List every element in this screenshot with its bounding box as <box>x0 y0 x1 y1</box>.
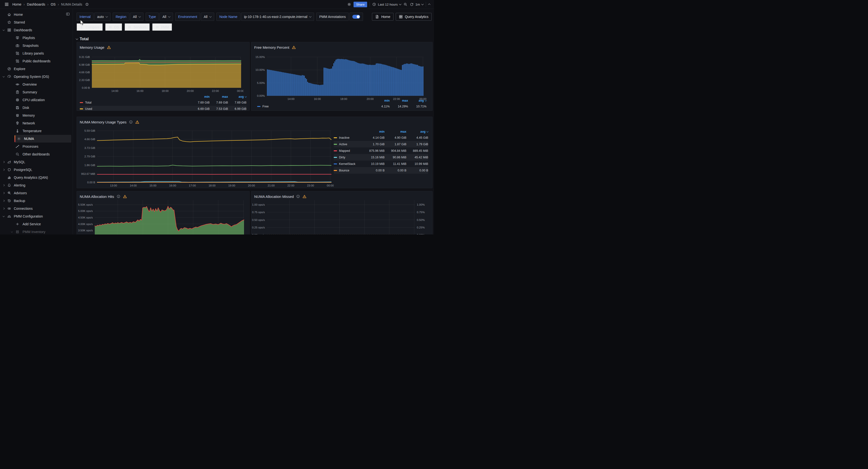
warning-icon[interactable] <box>123 195 127 199</box>
sidebar-item-add-service[interactable]: Add Service <box>0 220 73 228</box>
filter-value-dropdown[interactable]: auto <box>94 12 111 21</box>
filter-label[interactable]: Node Name <box>216 12 240 21</box>
chevron-right-icon[interactable] <box>3 169 7 171</box>
panel-header[interactable]: NUMA Allocation Hits <box>77 191 249 200</box>
filter-label[interactable]: Type <box>146 12 159 21</box>
legend-header-min[interactable]: min <box>191 95 210 98</box>
legend-row-dirty[interactable]: Dirty15.16 MiB90.86 MiB45.42 MiB <box>334 154 428 160</box>
sidebar-item-public-dashboards[interactable]: Public dashboards <box>0 57 73 65</box>
legend-row-active[interactable]: Active1.70 GiB1.87 GiB1.79 GiB <box>334 141 428 147</box>
sidebar-item-query-analytics-qan-[interactable]: Query Analytics (QAN) <box>0 174 73 181</box>
sidebar-item-starred[interactable]: Starred <box>0 19 73 26</box>
sidebar-item-operating-system-os-[interactable]: Operating System (OS) <box>0 73 73 81</box>
legend-header-min[interactable]: min <box>371 99 390 102</box>
sidebar-item-backup[interactable]: Backup <box>0 197 73 205</box>
zoom-out-icon[interactable] <box>403 2 407 6</box>
sidebar-item-library-panels[interactable]: Library panels <box>0 50 73 57</box>
pmm-annotations-label[interactable]: PMM Annotations <box>316 12 349 21</box>
query-analytics-button[interactable]: Query Analytics <box>396 13 432 21</box>
info-icon[interactable] <box>129 120 133 124</box>
sidebar-item-pmm-inventory[interactable]: PMM Inventory <box>0 228 73 235</box>
sidebar-item-advisors[interactable]: Advisors <box>0 189 73 197</box>
panel-header[interactable]: Memory Usage <box>77 42 249 51</box>
sidebar-item-playlists[interactable]: Playlists <box>0 34 73 42</box>
chevron-right-icon[interactable] <box>3 184 7 186</box>
sidebar-item-dashboards[interactable]: Dashboards <box>0 26 73 34</box>
info-icon[interactable] <box>296 195 300 198</box>
gear-icon[interactable] <box>347 2 351 6</box>
memory-usage-chart[interactable]: 0.00 B2.33 GiB4.66 GiB6.98 GiB9.31 GiB14… <box>77 51 244 94</box>
legend-row-total[interactable]: Total7.69 GiB7.69 GiB7.69 GiB <box>80 99 246 106</box>
legend-header-avg[interactable]: avg <box>406 130 428 134</box>
legend-row-used[interactable]: Used6.69 GiB7.53 GiB6.99 GiB <box>80 106 246 111</box>
legend-header-avg[interactable]: avg <box>228 95 246 98</box>
legend-row-mapped[interactable]: Mapped875.96 MiB904.84 MiB889.45 MiB <box>334 147 428 154</box>
alloc-missed-chart[interactable]: 1.00 ops/s0.75 ops/s0.50 ops/s0.25 ops/s… <box>251 200 428 235</box>
sidebar-item-disk[interactable]: Disk <box>0 104 73 112</box>
warning-icon[interactable] <box>303 195 307 199</box>
chevron-down-icon[interactable] <box>3 77 7 77</box>
chevron-right-icon[interactable] <box>3 161 7 163</box>
numa-types-chart[interactable]: 0.00 B953.67 MiB1.86 GiB2.79 GiB3.73 GiB… <box>77 126 334 188</box>
breadcrumb-item[interactable]: NUMA Details <box>61 2 82 6</box>
sidebar-item-connections[interactable]: Connections <box>0 205 73 212</box>
chevron-right-icon[interactable] <box>3 192 7 194</box>
legend-header-max[interactable]: max <box>210 95 228 98</box>
legend-row-free[interactable]: Free4.11%14.29%10.71% <box>257 103 427 110</box>
filter-value-dropdown[interactable]: ip-10-178-1-40.us-east-2.compute.interna… <box>241 12 314 21</box>
sidebar-item-cpu-utilization[interactable]: CPU utilization <box>0 96 73 104</box>
filter-value-dropdown[interactable]: All <box>201 12 214 21</box>
refresh-picker[interactable]: 1m <box>410 2 423 6</box>
breadcrumb-item[interactable]: Dashboards <box>27 2 45 6</box>
filter-value-dropdown[interactable]: All <box>159 12 173 21</box>
chevron-down-icon[interactable] <box>3 216 7 217</box>
sidebar-item-summary[interactable]: Summary <box>0 88 73 96</box>
warning-icon[interactable] <box>107 45 111 50</box>
sidebar-item-postgresql[interactable]: PostgreSQL <box>0 166 73 174</box>
sidebar-item-other-dashboards[interactable]: Other dashboards <box>0 150 73 158</box>
filter-label[interactable]: Environment <box>175 12 200 21</box>
collapse-toolbar-icon[interactable] <box>428 4 431 6</box>
info-icon[interactable] <box>117 195 120 198</box>
sidebar-item-snapshots[interactable]: Snapshots <box>0 42 73 50</box>
legend-row-kernelstack[interactable]: KernelStack10.19 MiB11.41 MiB10.99 MiB <box>334 160 428 167</box>
sidebar-item-numa[interactable]: NUMA <box>14 135 71 143</box>
panel-header[interactable]: NUMA Allocation Missed <box>251 191 432 200</box>
chevron-right-icon[interactable] <box>3 200 7 202</box>
chevron-down-icon[interactable] <box>3 30 7 31</box>
sidebar-item-overview[interactable]: Overview <box>0 81 73 88</box>
sidebar-item-home[interactable]: Home <box>0 11 73 19</box>
home-button[interactable]: Home <box>372 13 393 21</box>
sidebar-item-explore[interactable]: Explore <box>0 65 73 73</box>
sidebar-item-temperature[interactable]: Temperature <box>0 127 73 135</box>
filter-label[interactable]: Interval <box>76 12 94 21</box>
chevron-down-icon[interactable] <box>11 232 15 232</box>
legend-row-bounce[interactable]: Bounce0.00 B0.00 B0.00 B <box>334 167 428 174</box>
favorite-star-icon[interactable] <box>85 2 89 6</box>
link-button-compare[interactable]: Compare <box>76 23 103 31</box>
sidebar-item-alerting[interactable]: Alerting <box>0 181 73 189</box>
section-header-total[interactable]: Total <box>76 37 89 41</box>
free-memory-chart[interactable]: 0.00%5.00%10.00%15.00%14:0016:0018:0020:… <box>251 51 427 102</box>
warning-icon[interactable] <box>292 45 296 50</box>
pmm-annotations-toggle[interactable] <box>352 15 360 19</box>
sidebar-item-pmm-configuration[interactable]: PMM Configuration <box>0 212 73 220</box>
link-button-os[interactable]: OS <box>105 23 122 31</box>
warning-icon[interactable] <box>135 120 140 124</box>
chevron-right-icon[interactable] <box>3 208 7 209</box>
sidebar-item-mysql[interactable]: MySQL <box>0 158 73 166</box>
breadcrumb-item[interactable]: OS <box>51 2 56 6</box>
legend-header-avg[interactable]: avg <box>408 99 427 102</box>
menu-icon[interactable] <box>4 2 9 7</box>
legend-header-max[interactable]: max <box>384 130 406 134</box>
panel-header[interactable]: Free Memory Percent <box>251 42 432 51</box>
filter-value-dropdown[interactable]: All <box>130 12 144 21</box>
legend-row-inactive[interactable]: Inactive4.14 GiB4.90 GiB4.45 GiB <box>334 134 428 141</box>
breadcrumb-item[interactable]: Home <box>12 2 21 6</box>
legend-header-max[interactable]: max <box>390 99 408 102</box>
sidebar-item-memory[interactable]: Memory <box>0 112 73 119</box>
alloc-hits-chart[interactable]: 5.50K ops/s5.00K ops/s4.50K ops/s4.00K o… <box>77 200 246 235</box>
legend-header-min[interactable]: min <box>363 130 384 134</box>
time-range-picker[interactable]: Last 12 hours <box>372 2 401 6</box>
link-button-services[interactable]: Services <box>125 23 150 31</box>
